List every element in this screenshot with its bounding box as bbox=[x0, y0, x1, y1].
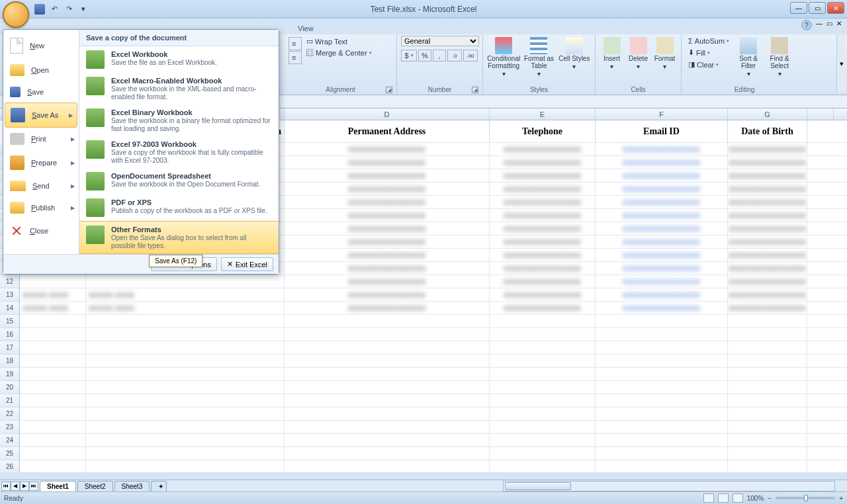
conditional-formatting-button[interactable]: Conditional Formatting▾ bbox=[487, 36, 520, 77]
zoom-slider[interactable] bbox=[776, 497, 835, 499]
table-row[interactable] bbox=[20, 328, 847, 341]
submenu-item-6[interactable]: Other FormatsOpen the Save As dialog box… bbox=[79, 221, 279, 254]
percent-button[interactable]: % bbox=[418, 50, 431, 62]
merge-center-button[interactable]: ⿴Merge & Center▾ bbox=[304, 48, 375, 58]
column-header-f[interactable]: F bbox=[596, 108, 728, 120]
menu-item-new[interactable]: New bbox=[3, 32, 79, 59]
align-top-icon[interactable]: ≡ bbox=[289, 37, 302, 50]
row-header[interactable]: 12 bbox=[0, 275, 20, 288]
table-row[interactable]: XXXXXXXXXXXXXXXXXXXXXXXXXXXXXXXXXXXXXXXX… bbox=[20, 275, 847, 288]
row-header[interactable]: 14 bbox=[0, 302, 20, 315]
dialog-launcher-icon[interactable]: ◢ bbox=[386, 87, 392, 93]
increase-decimal-button[interactable]: .0 bbox=[447, 50, 462, 62]
column-header-e[interactable]: E bbox=[490, 108, 596, 120]
currency-button[interactable]: $▾ bbox=[401, 50, 417, 62]
table-row[interactable] bbox=[20, 381, 847, 394]
delete-button[interactable]: Delete▾ bbox=[626, 36, 650, 70]
new-sheet-icon[interactable]: ✦ bbox=[151, 481, 167, 491]
row-header[interactable]: 17 bbox=[0, 341, 20, 355]
row-header[interactable]: 23 bbox=[0, 421, 20, 434]
ribbon-scroll-icon[interactable]: ▾ bbox=[836, 34, 846, 93]
autosum-button[interactable]: ΣAutoSum▾ bbox=[686, 36, 732, 46]
submenu-item-5[interactable]: PDF or XPSPublish a copy of the workbook… bbox=[79, 194, 279, 221]
menu-item-send[interactable]: Send▶ bbox=[3, 175, 79, 196]
page-break-view-icon[interactable] bbox=[733, 493, 743, 503]
menu-item-saveas[interactable]: Save As▶ bbox=[5, 103, 77, 128]
row-header[interactable]: 24 bbox=[0, 434, 20, 447]
zoom-out-icon[interactable]: − bbox=[768, 495, 772, 502]
submenu-item-0[interactable]: Excel WorkbookSave the file as an Excel … bbox=[79, 46, 279, 73]
table-row[interactable] bbox=[20, 355, 847, 368]
insert-button[interactable]: Insert▾ bbox=[600, 36, 624, 70]
row-header[interactable]: 26 bbox=[0, 460, 20, 472]
table-row[interactable] bbox=[20, 368, 847, 381]
wrap-text-button[interactable]: ▭Wrap Text bbox=[304, 36, 375, 47]
menu-item-open[interactable]: Open bbox=[3, 59, 79, 81]
normal-view-icon[interactable] bbox=[703, 493, 714, 503]
office-button[interactable] bbox=[3, 1, 29, 28]
zoom-in-icon[interactable]: + bbox=[839, 495, 843, 502]
number-format-select[interactable]: General bbox=[401, 36, 479, 46]
mdi-restore-icon[interactable]: ▭ bbox=[826, 20, 832, 30]
sheet-nav-last-icon[interactable]: ⏭ bbox=[29, 482, 38, 491]
exit-excel-button[interactable]: ✕Exit Excel bbox=[221, 257, 273, 271]
menu-item-publish[interactable]: Publish▶ bbox=[3, 196, 79, 219]
menu-item-prepare[interactable]: Prepare▶ bbox=[3, 150, 79, 175]
tab-view[interactable]: View bbox=[291, 22, 320, 34]
sheet-tab-3[interactable]: Sheet3 bbox=[114, 481, 150, 491]
menu-item-save[interactable]: Save bbox=[3, 81, 79, 103]
column-header[interactable] bbox=[807, 108, 834, 120]
comma-button[interactable]: , bbox=[433, 50, 446, 62]
align-left-icon[interactable]: ≡ bbox=[289, 51, 302, 64]
decrease-decimal-button[interactable]: .00 bbox=[463, 50, 478, 62]
row-header[interactable]: 18 bbox=[0, 355, 20, 368]
table-row[interactable] bbox=[20, 407, 847, 421]
sheet-nav-next-icon[interactable]: ▶ bbox=[20, 482, 29, 491]
mdi-minimize-icon[interactable]: — bbox=[816, 20, 823, 30]
find-select-button[interactable]: Find & Select▾ bbox=[765, 36, 794, 77]
table-row[interactable] bbox=[20, 315, 847, 328]
table-row[interactable] bbox=[20, 447, 847, 460]
submenu-item-3[interactable]: Excel 97-2003 WorkbookSave a copy of the… bbox=[79, 136, 279, 168]
column-header-g[interactable]: G bbox=[728, 108, 807, 120]
help-icon[interactable]: ? bbox=[801, 20, 812, 30]
page-layout-view-icon[interactable] bbox=[718, 493, 729, 503]
qat-customize-icon[interactable]: ▾ bbox=[77, 3, 90, 15]
table-row[interactable] bbox=[20, 434, 847, 447]
fill-button[interactable]: ⬇Fill▾ bbox=[686, 47, 732, 58]
row-header[interactable]: 19 bbox=[0, 368, 20, 381]
sheet-tab-1[interactable]: Sheet1 bbox=[40, 481, 76, 491]
row-header[interactable]: 20 bbox=[0, 381, 20, 394]
format-button[interactable]: Format▾ bbox=[652, 36, 677, 70]
table-row[interactable]: XXXXX XXXXXXXXX XXXXXXXXXXXXXXXXXXXXXXXX… bbox=[20, 302, 847, 315]
table-row[interactable]: XXXXX XXXXXXXXX XXXXXXXXXXXXXXXXXXXXXXXX… bbox=[20, 288, 847, 302]
row-header[interactable]: 22 bbox=[0, 407, 20, 421]
close-button[interactable]: ✕ bbox=[827, 2, 844, 14]
qat-undo-icon[interactable]: ↶ bbox=[48, 3, 61, 15]
menu-item-close[interactable]: Close bbox=[3, 219, 79, 243]
table-row[interactable] bbox=[20, 394, 847, 407]
horizontal-scrollbar[interactable] bbox=[503, 481, 835, 491]
clear-button[interactable]: ◨Clear▾ bbox=[686, 59, 732, 70]
qat-redo-icon[interactable]: ↷ bbox=[62, 3, 75, 15]
row-header[interactable]: 16 bbox=[0, 328, 20, 341]
row-header[interactable]: 21 bbox=[0, 394, 20, 407]
column-header-d[interactable]: D bbox=[285, 108, 490, 120]
submenu-item-4[interactable]: OpenDocument SpreadsheetSave the workboo… bbox=[79, 168, 279, 194]
submenu-item-1[interactable]: Excel Macro-Enabled WorkbookSave the wor… bbox=[79, 73, 279, 105]
format-table-button[interactable]: Format as Table▾ bbox=[522, 36, 555, 77]
submenu-item-2[interactable]: Excel Binary WorkbookSave the workbook i… bbox=[79, 105, 279, 136]
qat-save-icon[interactable] bbox=[33, 3, 46, 15]
row-header[interactable]: 15 bbox=[0, 315, 20, 328]
row-header[interactable]: 13 bbox=[0, 288, 20, 302]
mdi-close-icon[interactable]: ✕ bbox=[836, 20, 842, 30]
sheet-nav-first-icon[interactable]: ⏮ bbox=[1, 482, 11, 491]
maximize-button[interactable]: ▭ bbox=[809, 2, 826, 14]
row-header[interactable]: 25 bbox=[0, 447, 20, 460]
cell-styles-button[interactable]: Cell Styles▾ bbox=[558, 36, 591, 70]
dialog-launcher-icon[interactable]: ◢ bbox=[472, 87, 478, 93]
table-row[interactable] bbox=[20, 421, 847, 434]
sheet-nav-prev-icon[interactable]: ◀ bbox=[11, 482, 20, 491]
table-row[interactable] bbox=[20, 341, 847, 355]
table-row[interactable] bbox=[20, 460, 847, 472]
